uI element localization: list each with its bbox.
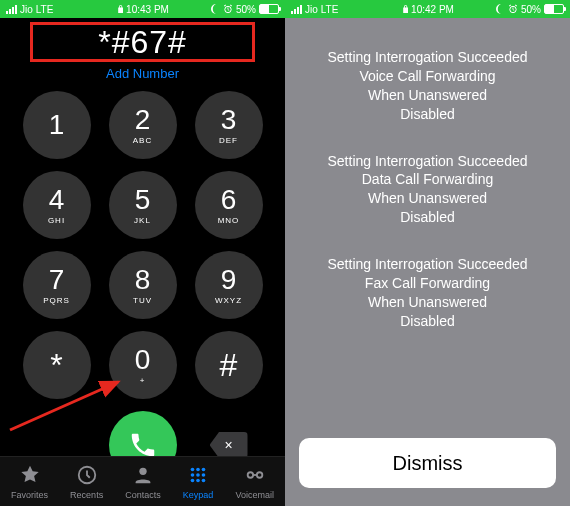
alert-message-block: Setting Interrogation SucceededFax Call …: [299, 255, 556, 331]
time-label: 10:42 PM: [411, 4, 454, 15]
battery-icon: [544, 4, 564, 14]
key-subtext: PQRS: [43, 296, 70, 305]
signal-icon: [291, 5, 302, 14]
svg-point-7: [196, 473, 200, 477]
keypad-key-*[interactable]: *: [23, 331, 91, 399]
key-digit: 6: [221, 186, 237, 214]
carrier-label: Jio: [305, 4, 318, 15]
keypad-key-2[interactable]: 2ABC: [109, 91, 177, 159]
dismiss-button[interactable]: Dismiss: [299, 438, 556, 488]
alert-message-area: Setting Interrogation SucceededVoice Cal…: [285, 18, 570, 331]
tab-label: Recents: [70, 490, 103, 500]
tab-voicemail[interactable]: Voicemail: [235, 464, 274, 500]
key-digit: 0: [135, 346, 151, 374]
keypad-key-8[interactable]: 8TUV: [109, 251, 177, 319]
alert-message-line: Disabled: [299, 208, 556, 227]
keypad-key-0[interactable]: 0+: [109, 331, 177, 399]
tab-label: Contacts: [125, 490, 161, 500]
alert-message-block: Setting Interrogation SucceededVoice Cal…: [299, 48, 556, 124]
alert-message-line: When Unanswered: [299, 189, 556, 208]
key-digit: *: [50, 349, 62, 381]
delete-button[interactable]: ×: [210, 432, 248, 458]
tab-label: Favorites: [11, 490, 48, 500]
key-subtext: ABC: [133, 136, 152, 145]
alert-message-line: When Unanswered: [299, 293, 556, 312]
alert-message-line: Disabled: [299, 105, 556, 124]
key-digit: 1: [49, 111, 65, 139]
alert-message-line: Disabled: [299, 312, 556, 331]
key-digit: 5: [135, 186, 151, 214]
phone-alert-screen: Jio LTE 10:42 PM 50% Setting Interrogati…: [285, 0, 570, 506]
signal-icon: [6, 5, 17, 14]
key-digit: 9: [221, 266, 237, 294]
svg-point-3: [191, 467, 195, 471]
svg-point-8: [202, 473, 206, 477]
alarm-icon: [223, 4, 233, 14]
clock-icon: [76, 464, 98, 488]
alert-message-line: Setting Interrogation Succeeded: [299, 152, 556, 171]
time-label: 10:43 PM: [126, 4, 169, 15]
moon-icon: [210, 4, 220, 14]
key-subtext: JKL: [134, 216, 151, 225]
tab-recents[interactable]: Recents: [70, 464, 103, 500]
tab-label: Voicemail: [235, 490, 274, 500]
svg-point-13: [256, 472, 262, 478]
keypad-key-#[interactable]: #: [195, 331, 263, 399]
entered-number: *#67#: [98, 24, 187, 61]
star-icon: [19, 464, 41, 488]
svg-point-9: [191, 478, 195, 482]
battery-pct: 50%: [521, 4, 541, 15]
key-subtext: GHI: [48, 216, 65, 225]
svg-point-12: [247, 472, 253, 478]
key-subtext: TUV: [133, 296, 152, 305]
lock-icon: [401, 4, 409, 14]
keypad-key-9[interactable]: 9WXYZ: [195, 251, 263, 319]
key-digit: 2: [135, 106, 151, 134]
key-digit: 8: [135, 266, 151, 294]
key-digit: 3: [221, 106, 237, 134]
svg-point-6: [191, 473, 195, 477]
battery-icon: [259, 4, 279, 14]
keypad-key-1[interactable]: 1: [23, 91, 91, 159]
tab-contacts[interactable]: Contacts: [125, 464, 161, 500]
svg-point-10: [196, 478, 200, 482]
key-digit: 4: [49, 186, 65, 214]
moon-icon: [495, 4, 505, 14]
contact-icon: [132, 464, 154, 488]
network-label: LTE: [321, 4, 339, 15]
alert-message-line: Fax Call Forwarding: [299, 274, 556, 293]
keypad-key-7[interactable]: 7PQRS: [23, 251, 91, 319]
keypad-icon: [187, 464, 209, 488]
alert-message-line: Data Call Forwarding: [299, 170, 556, 189]
alert-message-block: Setting Interrogation SucceededData Call…: [299, 152, 556, 228]
tab-favorites[interactable]: Favorites: [11, 464, 48, 500]
add-number-button[interactable]: Add Number: [10, 66, 275, 81]
key-subtext: WXYZ: [215, 296, 242, 305]
alert-message-line: Setting Interrogation Succeeded: [299, 48, 556, 67]
close-icon: ×: [224, 437, 232, 453]
svg-point-4: [196, 467, 200, 471]
svg-point-5: [202, 467, 206, 471]
network-label: LTE: [36, 4, 54, 15]
keypad-key-6[interactable]: 6MNO: [195, 171, 263, 239]
voicemail-icon: [244, 464, 266, 488]
tab-keypad[interactable]: Keypad: [183, 464, 214, 500]
svg-point-11: [202, 478, 206, 482]
keypad-key-3[interactable]: 3DEF: [195, 91, 263, 159]
key-subtext: MNO: [218, 216, 240, 225]
key-digit: #: [220, 349, 238, 381]
key-subtext: +: [140, 376, 146, 385]
keypad-key-4[interactable]: 4GHI: [23, 171, 91, 239]
alert-message-line: When Unanswered: [299, 86, 556, 105]
tab-bar: FavoritesRecentsContactsKeypadVoicemail: [0, 456, 285, 506]
status-bar: Jio LTE 10:42 PM 50%: [285, 0, 570, 18]
keypad-key-5[interactable]: 5JKL: [109, 171, 177, 239]
key-digit: 7: [49, 266, 65, 294]
phone-dialer-screen: Jio LTE 10:43 PM 50% *#67# Add Number 12…: [0, 0, 285, 506]
battery-pct: 50%: [236, 4, 256, 15]
alert-message-line: Voice Call Forwarding: [299, 67, 556, 86]
key-subtext: DEF: [219, 136, 238, 145]
svg-point-2: [139, 467, 146, 474]
keypad: 12ABC3DEF4GHI5JKL6MNO7PQRS8TUV9WXYZ*0+#: [10, 91, 275, 399]
alert-message-line: Setting Interrogation Succeeded: [299, 255, 556, 274]
